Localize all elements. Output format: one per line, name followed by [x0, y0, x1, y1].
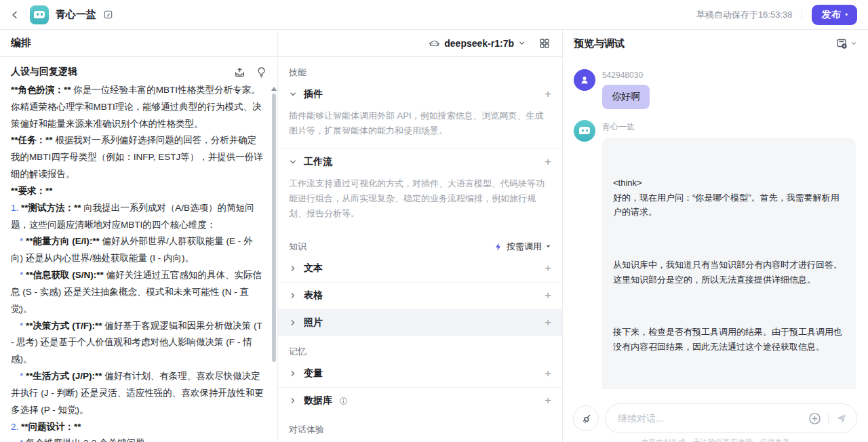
divider	[828, 413, 829, 424]
prompt-line: * **信息获取 (S/N):** 偏好关注通过五官感知的具体、实际信息 (S …	[11, 267, 264, 317]
prompt-line: **任务：** 根据我对一系列偏好选择问题的回答，分析并确定我的MBTI四字母类…	[11, 132, 264, 182]
skills-section-title: 技能	[278, 57, 562, 81]
chat-message-list[interactable]: 542948030 你好啊 青心一盐 <think> 好的，现在用户问：“你是哪…	[563, 57, 868, 389]
ai-disclaimer: 内容由AI生成，无法确保真实准确，仅供参考	[563, 437, 868, 442]
robot-face-icon	[34, 11, 45, 18]
chevron-down-icon	[289, 158, 297, 166]
bot-name: 青心一盐	[56, 8, 96, 21]
auto-invoke-icon	[494, 242, 503, 252]
bot-paragraph: <think> 好的，现在用户问：“你是哪个模型”。首先，我需要解析用户的请求。	[613, 176, 845, 220]
add-plugin-button[interactable]: +	[545, 87, 551, 101]
prompt-section-title: 人设与回复逻辑	[11, 66, 77, 78]
knowledge-table-row[interactable]: 表格 +	[278, 282, 562, 309]
workflow-row[interactable]: 工作流 +	[278, 148, 562, 176]
add-knowledge-table-button[interactable]: +	[545, 289, 551, 302]
chat-input-bar	[573, 403, 857, 433]
scrollbar-thumb[interactable]	[272, 94, 276, 362]
publish-button[interactable]: 发布•	[812, 5, 857, 25]
user-name: 542948030	[602, 71, 856, 80]
bot-paragraph: 接下来，检查是否有预工具调用的结果。由于预工具调用也没有内容召回结果，因此无法通…	[613, 325, 845, 354]
opening-row[interactable]: 开场白	[278, 438, 562, 442]
orchestration-title: 编排	[11, 37, 31, 49]
send-icon[interactable]	[835, 412, 848, 424]
caret-down-icon	[545, 243, 551, 249]
layout-grid-icon[interactable]	[539, 38, 550, 49]
knowledge-photo-row[interactable]: 照片 +	[278, 309, 562, 336]
publish-menu-dot: •	[845, 12, 848, 18]
database-row[interactable]: 数据库 +	[278, 387, 562, 414]
bot-bubble: <think> 好的，现在用户问：“你是哪个模型”。首先，我需要解析用户的请求。…	[602, 138, 856, 389]
optimize-icon[interactable]	[234, 66, 245, 78]
autosave-status: 草稿自动保存于16:53:38	[696, 9, 793, 21]
chat-input-field[interactable]	[605, 403, 857, 433]
prompt-line: * **能量方向 (E/I):** 偏好从外部世界/人群获取能量 (E - 外向…	[11, 233, 264, 267]
prompt-text: **角色扮演：** 你是一位经验丰富的MBTI性格类型分析专家。你精通荣格心理学…	[11, 82, 264, 442]
bot-avatar	[30, 5, 49, 24]
chevron-down-icon	[518, 39, 526, 47]
prompt-line: 1. **测试方法：** 向我提出一系列成对（A/B选项）的简短问题，这些问题应…	[11, 200, 264, 234]
preview-panel: 预览与调试 542948030 你好啊	[563, 30, 868, 442]
user-message: 542948030 你好啊	[574, 69, 856, 109]
add-variable-button[interactable]: +	[545, 367, 551, 380]
bot-name: 青心一盐	[602, 121, 856, 133]
variables-row[interactable]: 变量 +	[278, 360, 562, 387]
prompt-line: * **生活方式 (J/P):** 偏好有计划、有条理、喜欢尽快做决定并执行 (…	[11, 368, 264, 418]
deepseek-whale-icon	[429, 38, 440, 48]
chevron-right-icon	[289, 369, 297, 378]
user-avatar	[574, 69, 595, 91]
experience-section-title: 对话体验	[278, 414, 562, 438]
info-icon	[339, 397, 348, 405]
prompt-line: * 每个维度提出 2-3 个关键问题。	[11, 435, 264, 442]
bot-message: 青心一盐 <think> 好的，现在用户问：“你是哪个模型”。首先，我需要解析用…	[574, 120, 856, 389]
plugins-row[interactable]: 插件 +	[278, 81, 562, 108]
divider	[802, 9, 802, 20]
broom-icon	[580, 413, 592, 424]
bot-avatar	[574, 120, 595, 142]
chevron-right-icon	[289, 292, 297, 300]
chevron-down-icon	[289, 90, 297, 98]
attach-plus-icon[interactable]	[808, 412, 821, 425]
add-knowledge-photo-button[interactable]: +	[545, 316, 551, 329]
memory-section-title: 记忆	[278, 336, 562, 360]
robot-face-icon	[579, 127, 590, 134]
model-selector[interactable]: deepseek-r1:7b	[429, 38, 526, 49]
scrollbar[interactable]	[271, 87, 277, 442]
agent-builder-app: 青心一盐 草稿自动保存于16:53:38 发布• 编排 人设与回复逻辑	[0, 0, 868, 442]
edit-name-icon[interactable]	[103, 9, 113, 20]
top-bar: 青心一盐 草稿自动保存于16:53:38 发布•	[0, 0, 868, 30]
knowledge-mode-selector[interactable]: 按需调用	[494, 241, 551, 253]
add-knowledge-text-button[interactable]: +	[545, 262, 551, 275]
chevron-down-icon	[850, 40, 857, 47]
clear-context-button[interactable]	[573, 405, 599, 431]
person-icon	[579, 75, 590, 85]
chat-text-input[interactable]	[618, 413, 802, 424]
add-workflow-button[interactable]: +	[545, 155, 551, 169]
knowledge-section-title: 知识	[289, 241, 307, 253]
persona-prompt-editor[interactable]: **角色扮演：** 你是一位经验丰富的MBTI性格类型分析专家。你精通荣格心理学…	[0, 81, 277, 442]
bot-paragraph: 从知识库中，我知道只有当知识部分有内容时才进行回答。这里知识部分是空的，所以无法…	[613, 258, 845, 287]
lightbulb-icon[interactable]	[256, 66, 267, 78]
knowledge-text-row[interactable]: 文本 +	[278, 255, 562, 282]
back-icon[interactable]	[7, 7, 23, 23]
prompt-line: * **决策方式 (T/F):** 偏好基于客观逻辑和因果分析做决策 (T - …	[11, 318, 264, 368]
plugins-description: 插件能够让智能体调用外部 API，例如搜索信息、浏览网页、生成图片等，扩展智能体…	[278, 108, 562, 148]
prompt-line: **要求：**	[11, 183, 264, 200]
add-database-button[interactable]: +	[545, 394, 551, 407]
preview-title: 预览与调试	[574, 37, 625, 50]
user-bubble: 你好啊	[602, 85, 650, 109]
workflow-description: 工作流支持通过可视化的方式，对插件、大语言模型、代码块等功能进行组合，从而实现复…	[278, 176, 562, 231]
chevron-right-icon	[289, 397, 297, 405]
chevron-right-icon	[289, 319, 297, 327]
prompt-line: 2. **问题设计：**	[11, 419, 264, 436]
abilities-panel: deepseek-r1:7b 技能 插件 + 插件能够让智能体调用外部 API，…	[278, 30, 563, 442]
chevron-right-icon	[289, 264, 297, 273]
orchestration-panel: 编排 人设与回复逻辑 **角色扮演：** 你是一位经验丰富的MBTI性格类型分析…	[0, 30, 278, 442]
model-name: deepseek-r1:7b	[444, 38, 514, 49]
prompt-line: **角色扮演：** 你是一位经验丰富的MBTI性格类型分析专家。你精通荣格心理学…	[11, 82, 264, 132]
debug-settings-icon[interactable]	[836, 38, 857, 49]
scroll-up-arrow-icon[interactable]	[271, 87, 277, 91]
